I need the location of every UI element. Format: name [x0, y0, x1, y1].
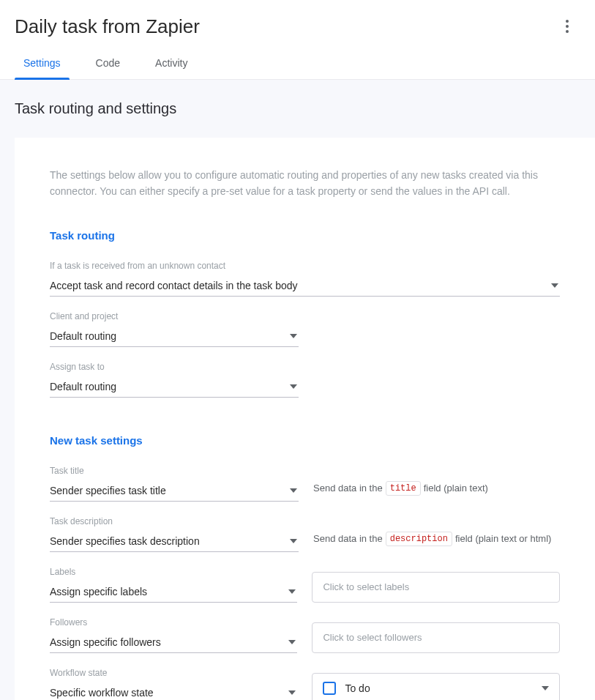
title-code: title — [386, 481, 421, 496]
intro-text: The settings below allow you to configur… — [50, 167, 547, 200]
chevron-down-icon — [288, 640, 296, 644]
page-title: Daily task from Zapier — [15, 15, 200, 38]
workflow-label: Workflow state — [50, 668, 297, 678]
task-description-value: Sender specifies task description — [50, 535, 200, 547]
assign-to-value: Default routing — [50, 381, 116, 392]
assign-to-label: Assign task to — [50, 362, 299, 372]
tab-code[interactable]: Code — [78, 47, 138, 79]
section-title: Task routing and settings — [0, 80, 595, 138]
chevron-down-icon — [542, 686, 549, 690]
workflow-value: Specific workflow state — [50, 687, 154, 699]
svg-point-2 — [566, 30, 569, 33]
labels-value: Assign specific labels — [50, 586, 147, 597]
workflow-select[interactable]: Specific workflow state — [50, 682, 297, 700]
svg-point-0 — [566, 20, 569, 23]
vertical-dots-icon — [566, 20, 569, 33]
followers-select[interactable]: Assign specific followers — [50, 632, 297, 653]
chevron-down-icon — [290, 488, 297, 493]
chevron-down-icon — [290, 334, 297, 338]
tab-activity[interactable]: Activity — [138, 47, 205, 79]
task-routing-heading: Task routing — [50, 229, 560, 242]
description-code: description — [386, 532, 452, 546]
client-project-select[interactable]: Default routing — [50, 326, 299, 347]
followers-label: Followers — [50, 617, 297, 628]
more-menu-button[interactable] — [554, 13, 580, 40]
labels-picker[interactable]: Click to select labels — [312, 572, 560, 603]
svg-point-1 — [566, 25, 569, 28]
tabs: Settings Code Activity — [0, 47, 595, 80]
workflow-state-dropdown[interactable]: To do — [312, 673, 560, 700]
unknown-contact-label: If a task is received from an unknown co… — [50, 261, 560, 271]
task-title-label: Task title — [50, 466, 299, 476]
workflow-state-value: To do — [345, 682, 370, 694]
task-description-hint: Send data in the description field (plai… — [313, 526, 551, 552]
chevron-down-icon — [288, 589, 296, 594]
unknown-contact-select[interactable]: Accept task and record contact details i… — [50, 275, 560, 297]
labels-label: Labels — [50, 567, 297, 577]
tab-settings[interactable]: Settings — [6, 47, 78, 79]
followers-value: Assign specific followers — [50, 636, 161, 648]
client-project-value: Default routing — [50, 330, 116, 342]
client-project-label: Client and project — [50, 311, 299, 321]
unknown-contact-value: Accept task and record contact details i… — [50, 280, 298, 291]
chevron-down-icon — [551, 283, 558, 288]
task-title-select[interactable]: Sender specifies task title — [50, 480, 299, 502]
labels-select[interactable]: Assign specific labels — [50, 581, 297, 603]
task-title-value: Sender specifies task title — [50, 485, 166, 496]
task-description-select[interactable]: Sender specifies task description — [50, 531, 299, 552]
task-title-hint: Send data in the title field (plain text… — [313, 475, 488, 502]
task-description-label: Task description — [50, 516, 299, 526]
chevron-down-icon — [290, 539, 297, 543]
new-task-settings-heading: New task settings — [50, 434, 560, 447]
checkbox-icon — [323, 682, 336, 695]
assign-to-select[interactable]: Default routing — [50, 376, 299, 398]
chevron-down-icon — [288, 690, 296, 695]
followers-picker[interactable]: Click to select followers — [312, 622, 560, 653]
chevron-down-icon — [290, 384, 297, 389]
